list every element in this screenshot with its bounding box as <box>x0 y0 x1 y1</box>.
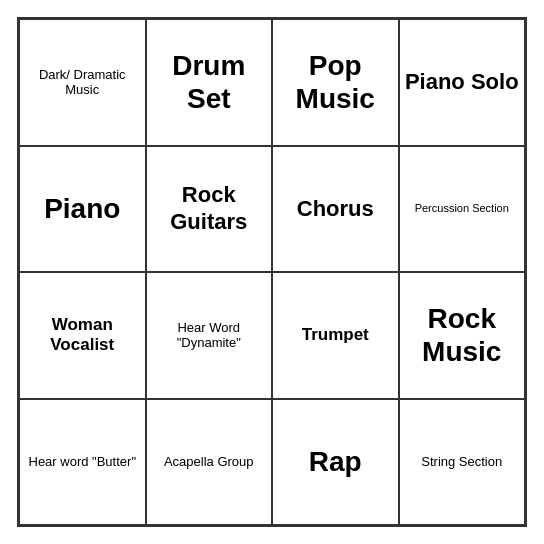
bingo-cell-10: Trumpet <box>272 272 399 399</box>
bingo-cell-14: Rap <box>272 399 399 526</box>
bingo-cell-11: Rock Music <box>399 272 526 399</box>
bingo-cell-7: Percussion Section <box>399 146 526 273</box>
bingo-cell-13: Acapella Group <box>146 399 273 526</box>
bingo-cell-0: Dark/ Dramatic Music <box>19 19 146 146</box>
bingo-cell-12: Hear word "Butter" <box>19 399 146 526</box>
bingo-cell-5: Rock Guitars <box>146 146 273 273</box>
bingo-cell-6: Chorus <box>272 146 399 273</box>
bingo-cell-1: Drum Set <box>146 19 273 146</box>
bingo-cell-3: Piano Solo <box>399 19 526 146</box>
bingo-cell-15: String Section <box>399 399 526 526</box>
bingo-cell-2: Pop Music <box>272 19 399 146</box>
bingo-cell-8: Woman Vocalist <box>19 272 146 399</box>
bingo-cell-9: Hear Word "Dynamite" <box>146 272 273 399</box>
bingo-cell-4: Piano <box>19 146 146 273</box>
bingo-grid: Dark/ Dramatic MusicDrum SetPop MusicPia… <box>17 17 527 527</box>
